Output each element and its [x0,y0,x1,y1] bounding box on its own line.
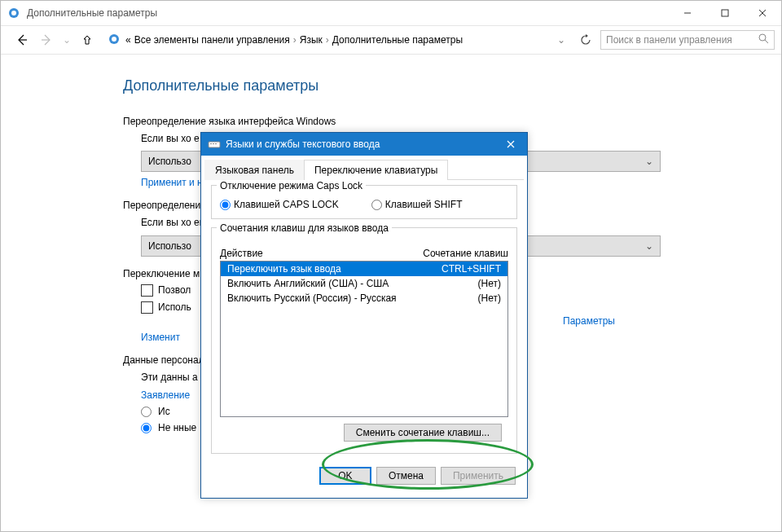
dialog-footer: OK Отмена Применить [204,462,524,491]
radio-icon [141,407,152,417]
capslock-radio-caps[interactable]: Клавишей CAPS LOCK [220,199,339,210]
dialog-title: Языки и службы текстового ввода [226,138,494,150]
svg-rect-15 [215,143,217,144]
chevron-down-icon: ⌄ [645,156,653,167]
control-panel-small-icon [108,33,121,48]
ok-button[interactable]: OK [319,467,371,485]
breadcrumb-item[interactable]: Дополнительные параметры [332,34,463,46]
back-button[interactable] [12,30,32,50]
cancel-button[interactable]: Отмена [376,467,436,485]
statement-link[interactable]: Заявление [141,389,190,401]
dialog-titlebar: Языки и службы текстового ввода [201,133,527,156]
close-button[interactable] [744,1,781,25]
list-header: Действие Сочетание клавиш [220,248,508,259]
svg-point-10 [759,34,766,41]
hotkeys-list[interactable]: Переключить язык вводаCTRL+SHIFTВключить… [220,261,508,417]
text-services-dialog: Языки и службы текстового ввода Языковая… [200,132,528,499]
checkbox-icon [141,301,153,314]
change-link[interactable]: Изменит [141,332,180,343]
capslock-radio-shift[interactable]: Клавишей SHIFT [371,199,463,210]
checkbox-icon [141,284,153,297]
recent-dropdown-icon[interactable]: ⌄ [61,30,72,50]
minimize-button[interactable] [669,1,706,25]
navbar: ⌄ « Все элементы панели управления › Язы… [1,25,781,55]
list-item-action: Переключить язык ввода [227,263,442,275]
section-title: Переопределение языка интерфейса Windows [123,116,781,127]
breadcrumb-item[interactable]: Язык [300,34,323,46]
svg-rect-14 [213,143,214,144]
chevron-down-icon: ⌄ [645,240,653,252]
control-panel-icon [7,7,20,20]
list-item[interactable]: Включить Английский (США) - США(Нет) [221,276,507,291]
checkbox-label: Позвол [158,284,191,296]
breadcrumb-prefix: « [125,34,131,46]
list-item[interactable]: Переключить язык вводаCTRL+SHIFT [221,262,507,276]
hotkeys-group: Сочетания клавиш для языков ввода Действ… [211,227,517,454]
apply-button[interactable]: Применить [441,467,516,485]
search-input[interactable]: Поиск в панели управления [600,30,775,50]
tab-strip: Языковая панель Переключение клавиатуры [204,159,524,180]
address-dropdown-icon[interactable]: ⌄ [557,34,565,46]
list-item-action: Включить Английский (США) - США [227,278,478,289]
group-legend: Отключение режима Caps Lock [217,180,366,191]
radio-icon [371,200,382,210]
radio-icon [220,200,231,210]
breadcrumb: « Все элементы панели управления › Язык … [125,34,463,46]
maximize-button[interactable] [706,1,744,25]
keyboard-icon [208,138,221,151]
column-action: Действие [220,248,423,259]
breadcrumb-item[interactable]: Все элементы панели управления [134,34,290,46]
svg-point-1 [11,11,16,15]
parameters-link[interactable]: Параметры [563,315,615,327]
tab-language-bar[interactable]: Языковая панель [204,160,305,180]
up-button[interactable] [77,30,97,50]
capslock-group: Отключение режима Caps Lock Клавишей CAP… [211,185,517,219]
window-title: Дополнительные параметры [27,7,669,19]
window-buttons [669,1,781,25]
list-item-hotkey: (Нет) [478,292,501,304]
radio-label: Не нные [158,422,196,433]
svg-rect-12 [209,142,220,147]
refresh-button[interactable] [576,30,595,50]
titlebar: Дополнительные параметры [1,1,781,25]
list-item-hotkey: (Нет) [478,278,501,289]
dialog-body: Языковая панель Переключение клавиатуры … [201,156,527,498]
radio-icon [141,423,152,433]
svg-rect-3 [722,10,728,16]
group-legend: Сочетания клавиш для языков ввода [217,222,392,234]
list-item[interactable]: Включить Русский (Россия) - Русская(Нет) [221,291,507,306]
change-hotkey-button[interactable]: Сменить сочетание клавиш... [344,424,502,442]
tab-keyboard-switch[interactable]: Переключение клавиатуры [304,160,448,180]
svg-point-9 [112,37,116,42]
page-title: Дополнительные параметры [123,77,781,95]
list-item-action: Включить Русский (Россия) - Русская [227,292,478,304]
svg-line-11 [765,40,768,43]
forward-button[interactable] [37,30,56,50]
address-bar[interactable]: « Все элементы панели управления › Язык … [102,30,571,51]
list-item-hotkey: CTRL+SHIFT [442,263,501,275]
checkbox-label: Исполь [158,301,191,313]
dialog-close-button[interactable] [494,133,527,156]
svg-rect-13 [210,143,212,144]
search-icon [758,33,769,46]
radio-label: Ис [158,406,170,417]
column-hotkey: Сочетание клавиш [423,248,508,259]
search-placeholder: Поиск в панели управления [606,34,758,46]
chevron-right-icon: › [293,34,297,46]
chevron-right-icon: › [326,34,329,46]
